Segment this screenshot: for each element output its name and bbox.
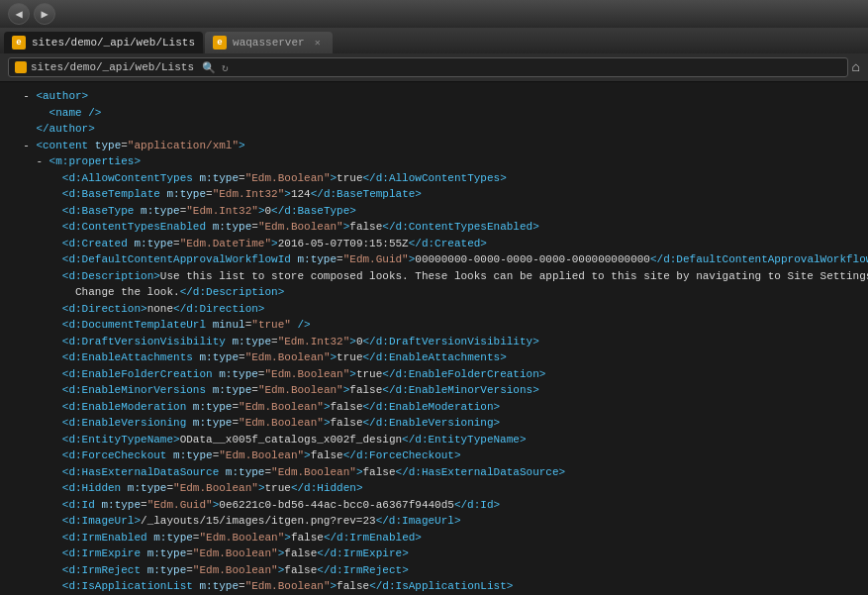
close-icon: ✕ [315,37,321,49]
xml-line: - <author> [10,88,858,105]
tab-label-1: sites/demo/_api/web/Lists [32,37,195,49]
xml-line: <d:IrmReject m:type="Edm.Boolean">false<… [10,562,858,579]
browser-chrome: ◀ ▶ e sites/demo/_api/web/Lists e waqass… [0,0,868,82]
xml-line: <d:EnableFolderCreation m:type="Edm.Bool… [10,366,858,383]
xml-line: <d:EnableVersioning m:type="Edm.Boolean"… [10,415,858,432]
address-bar: sites/demo/_api/web/Lists 🔍 ↻ ⌂ [0,53,868,81]
xml-line: <d:HasExternalDataSource m:type="Edm.Boo… [10,464,858,481]
xml-line: <d:Id m:type="Edm.Guid">0e6221c0-bd56-44… [10,497,858,514]
refresh-icon[interactable]: ↻ [222,61,229,74]
tab-close-button[interactable]: ✕ [311,36,325,50]
xml-line: - <m:properties> [10,153,858,170]
forward-icon: ▶ [41,7,48,22]
xml-line: <d:EnableModeration m:type="Edm.Boolean"… [10,399,858,416]
xml-line: <d:IsApplicationList m:type="Edm.Boolean… [10,578,858,595]
address-input[interactable]: sites/demo/_api/web/Lists 🔍 ↻ [8,57,848,77]
xml-line: </author> [10,121,858,138]
forward-button[interactable]: ▶ [34,3,55,25]
xml-line: <d:AllowContentTypes m:type="Edm.Boolean… [10,170,858,187]
tab-favicon-2: e [213,36,227,50]
title-bar: ◀ ▶ [0,0,868,28]
tab-label-2: waqasserver [233,37,305,49]
xml-line: <d:Created m:type="Edm.DateTime">2016-05… [10,236,858,252]
xml-line: <d:Hidden m:type="Edm.Boolean">true</d:H… [10,480,858,497]
xml-line: <d:DocumentTemplateUrl minul="true" /> [10,317,858,334]
xml-line: <d:ImageUrl>/_layouts/15/images/itgen.pn… [10,513,858,530]
xml-line: <d:DefaultContentApprovalWorkflowId m:ty… [10,251,858,268]
xml-line: Change the look.</d:Description> [10,284,858,301]
xml-display: - <author> <name /> </author> - <content… [10,88,858,595]
address-favicon [15,61,27,73]
xml-line: <d:BaseType m:type="Edm.Int32">0</d:Base… [10,203,858,220]
home-button[interactable]: ⌂ [852,59,860,75]
xml-line: <name /> [10,105,858,122]
search-icon: 🔍 [202,61,216,74]
xml-line: <d:EnableAttachments m:type="Edm.Boolean… [10,349,858,366]
address-text: sites/demo/_api/web/Lists [31,61,194,73]
xml-line: <d:DraftVersionVisibility m:type="Edm.In… [10,334,858,350]
xml-line: <d:Direction>none</d:Direction> [10,301,858,318]
back-icon: ◀ [15,7,22,22]
xml-line: <d:EnableMinorVersions m:type="Edm.Boole… [10,382,858,399]
xml-line: <d:ContentTypesEnabled m:type="Edm.Boole… [10,219,858,236]
xml-line: <d:BaseTemplate m:type="Edm.Int32">124</… [10,186,858,203]
xml-line: <d:IrmExpire m:type="Edm.Boolean">false<… [10,545,858,562]
tab-favicon-1: e [12,36,26,50]
xml-line: <d:ForceCheckout m:type="Edm.Boolean">fa… [10,447,858,464]
xml-line: <d:EntityTypeName>OData__x005f_catalogs_… [10,432,858,448]
xml-line: <d:IrmEnabled m:type="Edm.Boolean">false… [10,530,858,546]
tab-active[interactable]: e sites/demo/_api/web/Lists [4,32,203,53]
xml-line: <d:Description>Use this list to store co… [10,268,858,285]
xml-content-area: - <author> <name /> </author> - <content… [0,82,868,595]
home-icon: ⌂ [852,59,860,75]
back-button[interactable]: ◀ [8,3,30,25]
xml-line: - <content type="application/xml"> [10,138,858,154]
tab-bar: e sites/demo/_api/web/Lists e waqasserve… [0,28,868,53]
tab-inactive[interactable]: e waqasserver ✕ [205,32,333,53]
